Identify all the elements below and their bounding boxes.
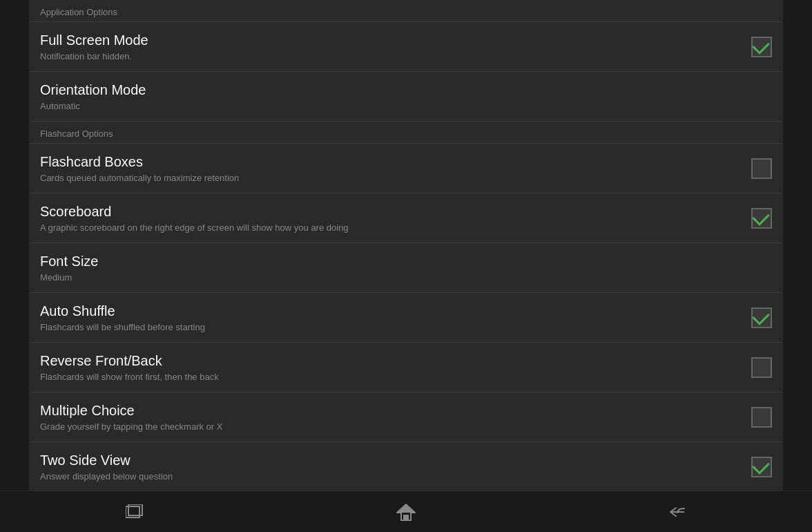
option-orientation-subtitle: Automatic	[40, 101, 761, 111]
settings-scroll-area[interactable]: Application Options Full Screen Mode Not…	[29, 0, 783, 491]
option-font-size[interactable]: Font Size Medium	[29, 243, 783, 293]
checkbox-flashcard-boxes[interactable]	[751, 158, 772, 179]
option-flashcard-boxes-text: Flashcard Boxes Cards queued automatical…	[40, 154, 751, 183]
option-orientation-text: Orientation Mode Automatic	[40, 82, 772, 111]
option-reverse-front-back[interactable]: Reverse Front/Back Flashcards will show …	[29, 343, 783, 392]
flashcard-options-header: Flashcard Options	[29, 122, 783, 143]
option-full-screen-text: Full Screen Mode Notification bar hidden…	[40, 32, 751, 61]
option-two-side-view-subtitle: Answer displayed below question	[40, 471, 740, 482]
option-multiple-choice-title: Multiple Choice	[40, 403, 740, 419]
option-flashcard-boxes-subtitle: Cards queued automatically to maximize r…	[40, 173, 740, 183]
recent-apps-icon	[126, 504, 145, 520]
app-options-header: Application Options	[29, 0, 783, 21]
home-icon	[396, 503, 416, 521]
option-font-size-text: Font Size Medium	[40, 254, 772, 283]
option-orientation-title: Orientation Mode	[40, 82, 761, 98]
option-reverse-front-back-text: Reverse Front/Back Flashcards will show …	[40, 353, 751, 382]
option-multiple-choice-subtitle: Grade yourself by tapping the checkmark …	[40, 421, 740, 432]
option-reverse-front-back-title: Reverse Front/Back	[40, 353, 740, 369]
checkbox-auto-shuffle[interactable]	[751, 307, 772, 328]
option-multiple-choice[interactable]: Multiple Choice Grade yourself by tappin…	[29, 392, 783, 442]
checkbox-two-side-view[interactable]	[751, 457, 772, 477]
checkbox-scoreboard[interactable]	[751, 208, 772, 229]
option-font-size-subtitle: Medium	[40, 272, 761, 283]
option-orientation-mode[interactable]: Orientation Mode Automatic	[29, 72, 783, 122]
option-two-side-view[interactable]: Two Side View Answer displayed below que…	[29, 442, 783, 491]
option-auto-shuffle[interactable]: Auto Shuffle Flashcards will be shuffled…	[29, 293, 783, 343]
option-two-side-view-title: Two Side View	[40, 453, 740, 468]
option-flashcard-boxes-title: Flashcard Boxes	[40, 154, 740, 170]
option-auto-shuffle-text: Auto Shuffle Flashcards will be shuffled…	[40, 303, 751, 332]
checkbox-reverse-front-back[interactable]	[751, 357, 772, 378]
checkbox-full-screen-mode[interactable]	[751, 37, 772, 57]
option-auto-shuffle-title: Auto Shuffle	[40, 303, 740, 319]
option-multiple-choice-text: Multiple Choice Grade yourself by tappin…	[40, 403, 751, 432]
option-scoreboard-subtitle: A graphic scoreboard on the right edge o…	[40, 222, 740, 233]
option-full-screen-title: Full Screen Mode	[40, 32, 740, 48]
back-button[interactable]	[656, 498, 697, 526]
option-reverse-front-back-subtitle: Flashcards will show front first, then t…	[40, 372, 740, 382]
option-two-side-view-text: Two Side View Answer displayed below que…	[40, 453, 751, 482]
svg-rect-3	[403, 515, 409, 520]
checkbox-multiple-choice[interactable]	[751, 407, 772, 428]
option-scoreboard-title: Scoreboard	[40, 204, 740, 220]
option-scoreboard-text: Scoreboard A graphic scoreboard on the r…	[40, 204, 751, 233]
option-full-screen-mode[interactable]: Full Screen Mode Notification bar hidden…	[29, 22, 783, 72]
option-font-size-title: Font Size	[40, 254, 761, 269]
option-scoreboard[interactable]: Scoreboard A graphic scoreboard on the r…	[29, 193, 783, 243]
svg-marker-4	[397, 504, 415, 513]
home-button[interactable]	[385, 498, 427, 526]
option-full-screen-subtitle: Notification bar hidden.	[40, 51, 740, 61]
option-flashcard-boxes[interactable]: Flashcard Boxes Cards queued automatical…	[29, 144, 783, 193]
recent-apps-button[interactable]	[115, 498, 156, 526]
option-auto-shuffle-subtitle: Flashcards will be shuffled before start…	[40, 322, 740, 332]
back-icon	[666, 504, 687, 520]
navigation-bar	[0, 491, 812, 532]
